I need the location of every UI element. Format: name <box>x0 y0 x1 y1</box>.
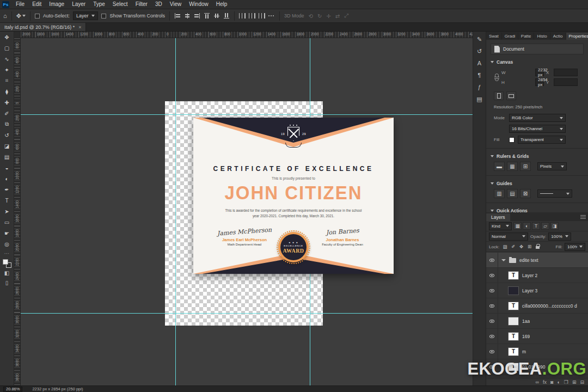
filter-pixel-icon[interactable]: ▦ <box>513 222 522 230</box>
canvas-viewport[interactable]: 2000180016001400120010008006004002000200… <box>14 32 473 385</box>
text-layer-thumbnail[interactable]: T <box>508 332 519 341</box>
quick-mask-button[interactable]: ◧ <box>4 268 9 278</box>
text-layer-thumbnail[interactable]: T <box>508 347 519 356</box>
photoshop-app-icon[interactable]: Ps <box>2 1 9 8</box>
layers-fill-dropdown[interactable]: 100% <box>565 243 585 251</box>
portrait-orientation-button[interactable] <box>494 91 504 100</box>
hand-tool[interactable]: ☛ <box>0 228 14 238</box>
lock-artboard-icon[interactable]: ⊞ <box>526 243 533 250</box>
layer-group-icon[interactable]: ❐ <box>564 379 568 385</box>
text-layer-thumbnail[interactable]: T <box>508 271 519 280</box>
panel-tab-histo[interactable]: Histo <box>534 33 550 40</box>
align-h-center-icon[interactable] <box>184 13 191 19</box>
panel-tab-actio[interactable]: Actio <box>550 33 566 40</box>
opacity-dropdown[interactable]: 100% <box>548 232 571 241</box>
layer-row[interactable]: 1aa <box>486 314 588 329</box>
eraser-tool[interactable]: ◪ <box>0 140 14 151</box>
layer-visibility-toggle[interactable] <box>486 344 498 359</box>
snap-toggle-icon[interactable]: ⊞ <box>520 162 531 171</box>
menu-layer[interactable]: Layer <box>68 0 89 9</box>
link-layers-icon[interactable]: ∞ <box>536 379 539 385</box>
lock-transparent-icon[interactable]: ▨ <box>501 243 509 250</box>
auto-select-checkbox[interactable] <box>35 14 40 19</box>
text-layer-thumbnail[interactable]: T <box>508 302 519 310</box>
distribute-horizontal-icon[interactable] <box>239 13 246 19</box>
libraries-panel-icon[interactable]: ▤ <box>474 93 486 105</box>
delete-layer-icon[interactable]: ⊟ <box>580 379 584 385</box>
character-panel-icon[interactable]: A <box>474 57 486 69</box>
grid-toggle-icon[interactable]: ▦ <box>507 162 518 171</box>
panel-tab-patte[interactable]: Patte <box>518 33 535 40</box>
layer-thumbnail[interactable] <box>508 286 519 295</box>
history-brush-tool[interactable]: ↺ <box>0 130 14 140</box>
vertical-ruler[interactable]: 8006004002000200400600800100012001400160… <box>14 38 21 385</box>
3d-roll-icon[interactable]: ↻ <box>316 13 323 19</box>
layer-row[interactable]: edite text <box>486 253 588 268</box>
move-tool[interactable]: ✥ <box>0 32 14 42</box>
blend-mode-dropdown[interactable]: Normal <box>489 232 528 241</box>
clone-stamp-tool[interactable]: ⧉ <box>0 119 14 130</box>
menu-image[interactable]: Image <box>45 0 68 9</box>
menu-type[interactable]: Type <box>89 0 109 9</box>
path-select-tool[interactable]: ➤ <box>0 206 14 217</box>
auto-select-dropdown[interactable]: Layer <box>73 11 99 20</box>
landscape-orientation-button[interactable] <box>506 91 516 100</box>
menu-3d[interactable]: 3D <box>151 0 166 9</box>
quick-actions-header[interactable]: Quick Actions <box>491 208 584 212</box>
blur-tool[interactable]: ◒ <box>0 162 14 173</box>
guide-horizontal-bottom[interactable] <box>21 313 473 314</box>
layer-visibility-toggle[interactable] <box>486 298 498 313</box>
fill-swatch[interactable] <box>509 137 514 143</box>
width-field[interactable]: 2232 px <box>535 69 544 76</box>
close-tab-icon[interactable]: × <box>78 24 81 30</box>
layer-visibility-toggle[interactable] <box>486 268 498 283</box>
pen-tool[interactable]: ✒ <box>0 184 14 195</box>
filter-kind-dropdown[interactable]: Kind <box>489 222 512 230</box>
menu-help[interactable]: Help <box>212 0 231 9</box>
menu-edit[interactable]: Edit <box>28 0 45 9</box>
align-v-center-icon[interactable] <box>214 13 219 19</box>
filter-smart-icon[interactable]: ◨ <box>550 222 559 230</box>
lock-all-icon[interactable] <box>534 243 541 250</box>
panel-tab-properties[interactable]: Properties <box>566 33 588 40</box>
brush-tool[interactable]: ✐ <box>0 108 14 119</box>
show-transform-checkbox[interactable] <box>101 14 106 19</box>
lasso-tool[interactable]: ∿ <box>0 53 14 64</box>
distribute-gaps-icon[interactable] <box>259 13 265 19</box>
filter-type-icon[interactable]: T <box>532 222 540 230</box>
type-tool[interactable]: T <box>0 195 14 206</box>
gradient-tool[interactable]: ▤ <box>0 151 14 162</box>
color-swatches[interactable] <box>3 259 11 268</box>
lock-pixels-icon[interactable]: ✐ <box>510 243 517 250</box>
align-left-icon[interactable] <box>174 13 181 19</box>
history-panel-icon[interactable]: ↺ <box>474 45 486 57</box>
filter-adjustment-icon[interactable]: ◐ <box>523 222 531 230</box>
link-dimensions-icon[interactable] <box>495 74 499 81</box>
new-guide-layout-icon[interactable]: ▥ <box>494 189 505 198</box>
layer-row[interactable]: T169 <box>486 329 588 344</box>
rulers-grids-header[interactable]: Rulers & Grids <box>491 154 584 159</box>
menu-window[interactable]: Window <box>185 0 212 9</box>
distribute-vertical-icon[interactable] <box>249 13 255 19</box>
menu-select[interactable]: Select <box>109 0 132 9</box>
guide-vertical-left[interactable] <box>175 38 176 385</box>
layer-visibility-toggle[interactable] <box>486 329 498 344</box>
layer-visibility-toggle[interactable] <box>486 283 498 298</box>
shape-tool[interactable]: ▭ <box>0 217 14 228</box>
layer-visibility-toggle[interactable] <box>486 253 498 267</box>
lock-guides-icon[interactable]: ▤ <box>507 189 518 198</box>
spot-healing-tool[interactable]: ✚ <box>0 97 14 108</box>
glyphs-panel-icon[interactable]: ƒ <box>474 81 486 93</box>
document-type-row[interactable]: Document <box>491 44 584 54</box>
layer-row[interactable]: Tcilla0000000...cccccccc0 d <box>486 298 588 314</box>
height-field[interactable]: 2854 px <box>535 78 544 86</box>
guide-horizontal-top[interactable] <box>21 114 473 115</box>
group-expand-caret[interactable] <box>501 259 506 261</box>
foreground-color-swatch[interactable] <box>3 259 8 265</box>
guides-header[interactable]: Guides <box>491 181 584 186</box>
dodge-tool[interactable]: ◐ <box>0 173 14 184</box>
layer-row[interactable]: Layer 3 <box>486 283 588 298</box>
new-layer-icon[interactable]: ⊞ <box>572 379 577 385</box>
document-tab[interactable]: Italy id.psd @ 20.7% (RGB/16) * × <box>0 23 86 31</box>
lock-position-icon[interactable]: ✥ <box>518 243 525 250</box>
